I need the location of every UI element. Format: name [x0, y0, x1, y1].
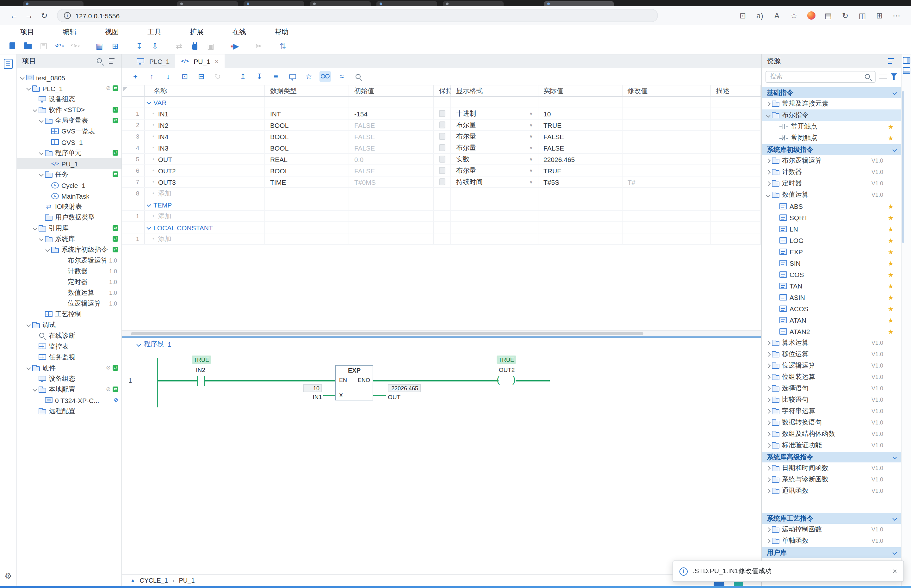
- tree-item[interactable]: 系统库初级指令⇄: [17, 244, 121, 255]
- resource-item[interactable]: 选择语句V1.0: [762, 383, 901, 394]
- collapse-icon[interactable]: ▲: [130, 578, 136, 583]
- browser-tab[interactable]: [244, 1, 304, 6]
- resource-section-header[interactable]: 系统库高级指令: [762, 452, 901, 462]
- add-variable-cell[interactable]: •添加: [145, 233, 265, 244]
- favorite-star-icon[interactable]: ★: [886, 260, 895, 267]
- cell-actual-value[interactable]: FALSE: [538, 142, 622, 153]
- tree-item[interactable]: PLC_1⊘⇄: [17, 83, 121, 94]
- item-collapse-icon[interactable]: [764, 410, 772, 413]
- tree-collapse-icon[interactable]: [32, 388, 39, 391]
- browser-tab[interactable]: [443, 1, 504, 6]
- cell-modify-value[interactable]: [622, 108, 711, 119]
- cell-initial-value[interactable]: FALSE: [349, 165, 434, 176]
- tree-item[interactable]: 布尔逻辑运算1.0: [17, 255, 121, 266]
- cell-description[interactable]: [711, 108, 761, 119]
- package-button[interactable]: ▣: [205, 40, 216, 52]
- cell-description[interactable]: [711, 120, 761, 130]
- tree-item[interactable]: 位逻辑运算1.0: [17, 298, 121, 309]
- group-collapse-icon[interactable]: [147, 100, 151, 104]
- resource-item[interactable]: 数值运算V1.0: [762, 189, 901, 200]
- favorite-star-icon[interactable]: ★: [886, 271, 895, 278]
- resource-item[interactable]: ABS★: [762, 200, 901, 212]
- cell-initial-value[interactable]: FALSE: [349, 142, 434, 153]
- list-view-button[interactable]: ≡: [270, 71, 281, 82]
- cell-description[interactable]: [711, 176, 761, 187]
- cell-modify-value[interactable]: [622, 165, 711, 176]
- item-collapse-icon[interactable]: [764, 478, 772, 481]
- favorite-star-icon[interactable]: ★: [886, 305, 895, 312]
- tree-item[interactable]: 监控表: [17, 341, 121, 352]
- advanced-search-icon[interactable]: [879, 73, 887, 80]
- tree-item[interactable]: 调试: [17, 320, 121, 330]
- cell-display-format[interactable]: 实数∨: [451, 154, 538, 165]
- retain-checkbox[interactable]: [439, 144, 445, 151]
- resource-item[interactable]: 字符串运算V1.0: [762, 405, 901, 417]
- favorite-star-icon[interactable]: ★: [886, 134, 895, 141]
- split-screen-icon[interactable]: ◫: [858, 11, 867, 20]
- import-vars-button[interactable]: ⊡: [179, 71, 191, 82]
- retain-checkbox[interactable]: [439, 121, 445, 128]
- tree-collapse-icon[interactable]: [38, 237, 45, 241]
- history-icon[interactable]: ↻: [841, 11, 850, 20]
- tree-item[interactable]: ⇄IO映射表: [17, 201, 121, 212]
- cell-actual-value[interactable]: 22026.465: [538, 154, 622, 165]
- cell-actual-value[interactable]: 10: [538, 108, 622, 119]
- resource-item[interactable]: ATAN2★: [762, 326, 901, 337]
- refresh-button[interactable]: ↻: [212, 71, 223, 82]
- tree-item[interactable]: 用户数据类型: [17, 212, 121, 223]
- cell-datatype[interactable]: BOOL: [265, 165, 349, 176]
- cell-actual-value[interactable]: FALSE: [538, 131, 622, 142]
- tab-PU_1[interactable]: </>PU_1×: [175, 54, 225, 68]
- cell-initial-value[interactable]: FALSE: [349, 131, 434, 142]
- var-group-row[interactable]: VAR: [122, 97, 761, 108]
- favorite-star-icon[interactable]: ★: [886, 294, 895, 301]
- select-all-corner[interactable]: [122, 86, 131, 96]
- collections-icon[interactable]: ⊞: [875, 11, 884, 20]
- item-collapse-icon[interactable]: [764, 540, 772, 543]
- resource-item[interactable]: SIN★: [762, 257, 901, 269]
- menu-item[interactable]: 项目: [20, 27, 34, 36]
- tree-item[interactable]: 设备组态: [17, 94, 121, 104]
- cell-actual-value[interactable]: TRUE: [538, 165, 622, 176]
- cell-modify-value[interactable]: [622, 142, 711, 153]
- item-collapse-icon[interactable]: [764, 160, 772, 162]
- wallet-icon[interactable]: ▤: [824, 11, 833, 20]
- cell-actual-value[interactable]: TRUE: [538, 120, 622, 130]
- library-config-button[interactable]: ▦: [94, 40, 105, 52]
- resource-item[interactable]: 标准验证功能V1.0: [762, 439, 901, 451]
- tree-item[interactable]: 全局变量表⇄: [17, 115, 121, 126]
- cell-datatype[interactable]: BOOL: [265, 120, 349, 130]
- tree-collapse-icon[interactable]: [44, 248, 51, 251]
- copilot-icon[interactable]: [807, 11, 816, 19]
- cell-display-format[interactable]: 布尔量∨: [451, 165, 538, 176]
- tab-actions-icon[interactable]: ⊡: [738, 11, 747, 20]
- cell-initial-value[interactable]: T#0MS: [349, 176, 434, 187]
- move-up-button[interactable]: ↑: [146, 71, 158, 82]
- resource-item[interactable]: LOG★: [762, 235, 901, 246]
- settings-gear-icon[interactable]: ⚙: [0, 571, 16, 581]
- tree-item[interactable]: 程序单元⇄: [17, 147, 121, 158]
- item-collapse-icon[interactable]: [764, 528, 772, 531]
- cell-modify-value[interactable]: [622, 154, 711, 165]
- menu-item[interactable]: 帮助: [275, 27, 289, 36]
- scrollbar-thumb[interactable]: [131, 332, 643, 335]
- insert-row-below-button[interactable]: ↧: [254, 71, 265, 82]
- resource-item[interactable]: 布尔逻辑运算V1.0: [762, 155, 901, 166]
- resource-item[interactable]: TAN★: [762, 280, 901, 292]
- read-aloud-icon[interactable]: a): [755, 11, 764, 20]
- undo-button[interactable]: ↶▾: [54, 40, 65, 52]
- resources-scrollbar[interactable]: [902, 91, 904, 243]
- insert-row-above-button[interactable]: ↥: [237, 71, 249, 82]
- tree-collapse-icon[interactable]: [38, 152, 45, 154]
- tree-item[interactable]: 系统库⇄: [17, 233, 121, 244]
- tree-item[interactable]: 任务⇄: [17, 169, 121, 180]
- cell-display-format[interactable]: 布尔量∨: [451, 120, 538, 130]
- item-collapse-icon[interactable]: [764, 489, 772, 493]
- favorites-icon[interactable]: ☆: [790, 11, 798, 20]
- function-block[interactable]: EXP EN ENO X: [335, 365, 373, 401]
- add-variable-cell[interactable]: •添加: [145, 188, 265, 199]
- comment-button[interactable]: [287, 71, 298, 82]
- run-stop-button[interactable]: ▪▶: [229, 40, 241, 52]
- favorite-star-icon[interactable]: ★: [886, 237, 895, 244]
- resource-item[interactable]: 算术运算V1.0: [762, 337, 901, 349]
